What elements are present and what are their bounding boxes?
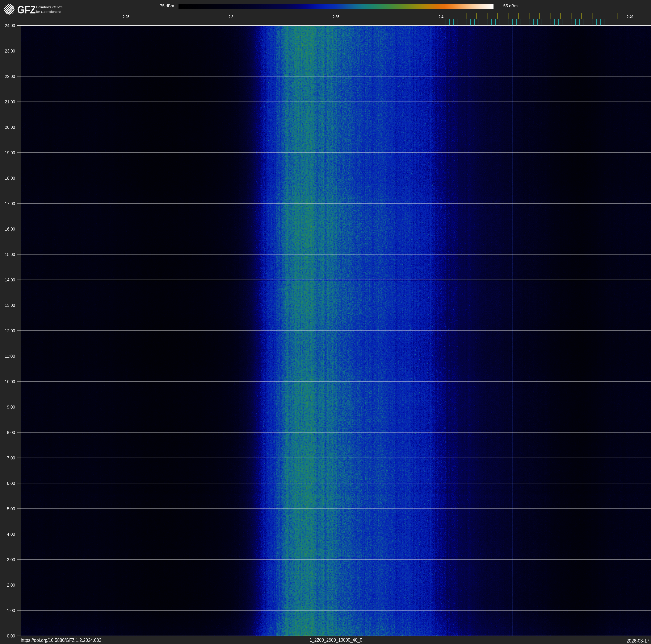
svg-text:https://doi.org/10.5880/GFZ.1.: https://doi.org/10.5880/GFZ.1.2.2024.003: [21, 638, 101, 643]
svg-text:22:00: 22:00: [5, 74, 15, 79]
svg-text:2.4: 2.4: [439, 14, 444, 19]
svg-text:-75 dBm: -75 dBm: [159, 3, 174, 8]
svg-text:9:00: 9:00: [7, 404, 15, 410]
svg-text:2.3: 2.3: [229, 14, 234, 19]
svg-text:for Geosciences: for Geosciences: [36, 10, 61, 13]
svg-text:GFZ: GFZ: [17, 4, 36, 16]
svg-text:-55 dBm: -55 dBm: [502, 3, 518, 8]
svg-text:8:00: 8:00: [7, 430, 15, 435]
svg-text:2.35: 2.35: [333, 14, 339, 19]
svg-text:2:00: 2:00: [7, 582, 15, 588]
svg-text:15:00: 15:00: [5, 252, 15, 257]
svg-text:2026-03-17: 2026-03-17: [626, 638, 649, 644]
svg-text:11:00: 11:00: [5, 354, 15, 359]
svg-text:16:00: 16:00: [5, 226, 15, 232]
svg-text:1_2200_2500_10000_40_0: 1_2200_2500_10000_40_0: [310, 637, 362, 643]
svg-text:18:00: 18:00: [5, 176, 15, 181]
svg-text:19:00: 19:00: [5, 150, 15, 155]
svg-text:17:00: 17:00: [5, 201, 15, 206]
svg-text:1:00: 1:00: [7, 608, 15, 613]
svg-text:12:00: 12:00: [5, 328, 15, 333]
svg-text:24:00: 24:00: [5, 23, 15, 28]
svg-text:20:00: 20:00: [5, 125, 15, 130]
svg-text:2.25: 2.25: [123, 14, 129, 19]
svg-text:23:00: 23:00: [5, 48, 15, 54]
svg-text:10:00: 10:00: [5, 379, 15, 384]
svg-text:Helmholtz Centre: Helmholtz Centre: [36, 5, 63, 9]
svg-text:3:00: 3:00: [7, 557, 15, 562]
svg-text:4:00: 4:00: [7, 531, 15, 537]
svg-text:7:00: 7:00: [7, 455, 15, 461]
svg-text:2.49: 2.49: [627, 14, 633, 19]
svg-text:5:00: 5:00: [7, 506, 15, 511]
svg-text:6:00: 6:00: [7, 481, 15, 486]
svg-text:21:00: 21:00: [5, 99, 15, 105]
svg-text:14:00: 14:00: [5, 277, 15, 283]
svg-text:13:00: 13:00: [5, 303, 15, 308]
svg-text:0:00: 0:00: [7, 633, 15, 639]
